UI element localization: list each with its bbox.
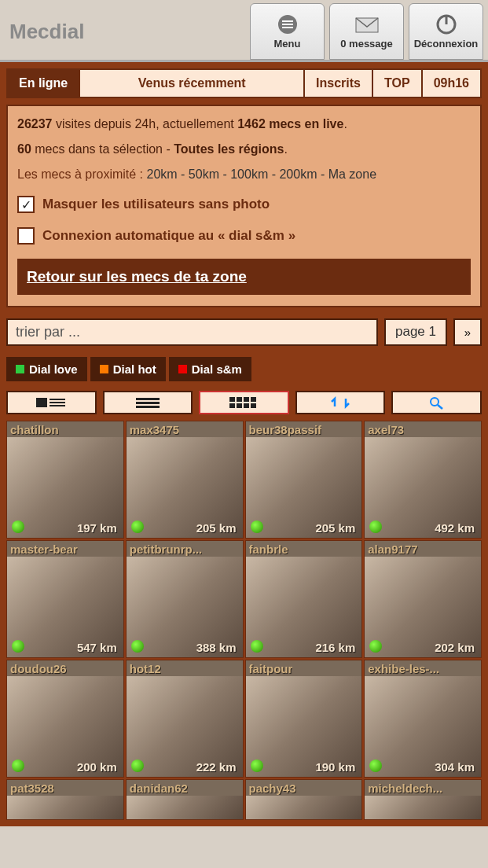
profile-username: micheldech... bbox=[368, 782, 442, 795]
svg-rect-14 bbox=[229, 397, 235, 402]
checkbox-icon[interactable]: ✓ bbox=[17, 196, 35, 213]
profile-username: danidan62 bbox=[130, 782, 188, 795]
checkbox-label: Masquer les utilisateurs sans photo bbox=[42, 197, 270, 212]
profile-card[interactable]: fanbrle216 km bbox=[245, 540, 363, 658]
svg-rect-1 bbox=[282, 20, 293, 22]
profile-card[interactable]: axel73492 km bbox=[364, 421, 482, 539]
power-icon bbox=[432, 14, 460, 35]
page-select[interactable]: page 1 bbox=[384, 318, 447, 346]
online-dot-icon bbox=[12, 520, 24, 533]
sort-row: trier par ... page 1 » bbox=[6, 318, 482, 346]
view-single-button[interactable] bbox=[6, 391, 97, 414]
profile-photo bbox=[365, 796, 481, 819]
profile-card[interactable]: chatillon197 km bbox=[6, 421, 124, 539]
sort-select[interactable]: trier par ... bbox=[6, 318, 378, 346]
proximity-label: Les mecs à proximité : bbox=[17, 167, 147, 181]
tab-top[interactable]: TOP bbox=[373, 70, 423, 97]
svg-rect-20 bbox=[244, 403, 249, 408]
profile-card[interactable]: petitbrunrp...388 km bbox=[126, 540, 244, 658]
svg-rect-11 bbox=[136, 398, 160, 400]
dial-label: Dial s&m bbox=[192, 362, 242, 376]
checkbox-hide-nophoto[interactable]: ✓ Masquer les utilisateurs sans photo bbox=[17, 196, 471, 213]
svg-rect-21 bbox=[251, 403, 256, 408]
profile-distance: 200 km bbox=[77, 760, 117, 774]
profile-card[interactable]: danidan62 bbox=[126, 779, 244, 820]
profile-username: fanbrle bbox=[249, 542, 288, 556]
profile-username: chatillon bbox=[10, 423, 59, 436]
profile-grid: chatillon197 kmmax3475205 kmbeur38passif… bbox=[6, 421, 482, 820]
profile-card[interactable]: beur38passif205 km bbox=[245, 421, 363, 539]
profile-card[interactable]: pat3528 bbox=[6, 779, 124, 820]
tab-recent[interactable]: Venus récemment bbox=[80, 70, 305, 97]
profile-card[interactable]: max3475205 km bbox=[126, 421, 244, 539]
menu-button[interactable]: Menu bbox=[250, 3, 325, 60]
view-bar bbox=[6, 391, 482, 414]
profile-username: master-bear bbox=[10, 542, 78, 556]
dial-love-button[interactable]: Dial love bbox=[6, 357, 87, 381]
return-link[interactable]: Retour sur les mecs de ta zone bbox=[27, 268, 247, 285]
profile-photo bbox=[246, 796, 362, 819]
checkbox-autoconnect[interactable]: Connexion automatique au « dial s&m » bbox=[17, 227, 471, 245]
profile-card[interactable]: exhibe-les-...304 km bbox=[364, 660, 482, 778]
live-text: mecs en live bbox=[266, 117, 344, 131]
stats-line-2: 60 mecs dans ta sélection - Toutes les r… bbox=[17, 142, 471, 156]
profile-card[interactable]: alan9177202 km bbox=[364, 540, 482, 658]
svg-rect-12 bbox=[136, 402, 160, 404]
profile-username: max3475 bbox=[130, 423, 179, 436]
menu-icon bbox=[273, 14, 302, 35]
proximity-links[interactable]: 20km - 50km - 100km - 200km - Ma zone bbox=[147, 167, 377, 181]
svg-rect-15 bbox=[237, 397, 242, 402]
dial-hot-button[interactable]: Dial hot bbox=[90, 357, 166, 381]
profile-distance: 547 km bbox=[77, 641, 117, 654]
visits-text: visites depuis 24h, actuellement bbox=[53, 117, 238, 131]
online-dot-icon bbox=[251, 640, 263, 653]
profile-username: pat3528 bbox=[10, 782, 54, 795]
messages-button[interactable]: 0 message bbox=[329, 3, 404, 60]
profile-username: doudou26 bbox=[10, 662, 67, 675]
profile-card[interactable]: hot12222 km bbox=[126, 660, 244, 778]
online-dot-icon bbox=[251, 520, 263, 533]
svg-rect-9 bbox=[50, 402, 65, 403]
checkbox-icon[interactable] bbox=[17, 227, 35, 245]
profile-card[interactable]: master-bear547 km bbox=[6, 540, 124, 658]
profile-username: alan9177 bbox=[368, 542, 417, 556]
profile-distance: 222 km bbox=[196, 760, 237, 774]
view-search-button[interactable] bbox=[391, 391, 482, 414]
svg-rect-16 bbox=[244, 397, 249, 402]
visits-count: 26237 bbox=[17, 117, 53, 131]
view-refresh-button[interactable] bbox=[295, 391, 386, 414]
view-list-button[interactable] bbox=[103, 391, 193, 414]
svg-rect-2 bbox=[282, 24, 293, 25]
view-list-icon bbox=[131, 395, 164, 410]
view-grid-button[interactable] bbox=[199, 391, 289, 414]
online-dot-icon bbox=[251, 760, 263, 772]
profile-card[interactable]: micheldech... bbox=[364, 779, 482, 820]
view-grid-icon bbox=[227, 395, 260, 410]
region-text: Toutes les régions bbox=[174, 142, 284, 156]
search-icon bbox=[420, 395, 453, 410]
svg-rect-18 bbox=[229, 403, 235, 408]
dial-sm-button[interactable]: Dial s&m bbox=[169, 357, 251, 381]
profile-distance: 205 km bbox=[196, 521, 237, 535]
view-single-icon bbox=[35, 395, 68, 410]
profile-card[interactable]: doudou26200 km bbox=[6, 660, 124, 778]
brand-logo: Mecdial bbox=[9, 20, 84, 44]
svg-rect-3 bbox=[282, 27, 293, 28]
profile-photo bbox=[7, 796, 123, 819]
live-count: 1462 bbox=[237, 117, 266, 131]
profile-username: axel73 bbox=[368, 423, 404, 436]
square-green-icon bbox=[16, 365, 24, 373]
svg-rect-7 bbox=[36, 398, 47, 407]
profile-card[interactable]: faitpour190 km bbox=[245, 660, 363, 778]
profile-card[interactable]: pachy43 bbox=[245, 779, 363, 820]
selection-count: 60 bbox=[17, 142, 31, 156]
svg-line-23 bbox=[438, 405, 442, 409]
svg-rect-19 bbox=[237, 403, 242, 408]
tab-online[interactable]: En ligne bbox=[8, 70, 80, 97]
refresh-icon bbox=[324, 395, 357, 410]
envelope-icon bbox=[353, 14, 381, 35]
next-page-button[interactable]: » bbox=[453, 318, 482, 346]
tab-registered[interactable]: Inscrits bbox=[305, 70, 373, 97]
svg-rect-13 bbox=[136, 406, 160, 408]
logout-button[interactable]: Déconnexion bbox=[409, 3, 483, 60]
